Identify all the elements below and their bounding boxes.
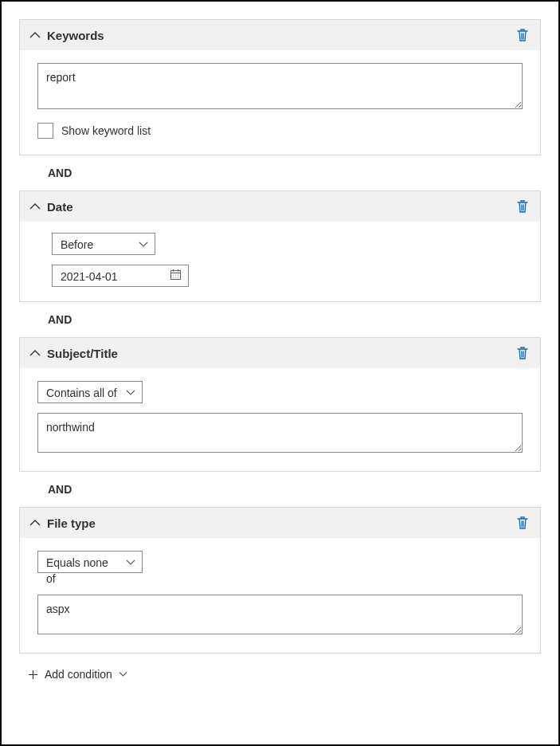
condition-header: Subject/Title: [20, 338, 540, 368]
select-label: Contains all of: [38, 382, 141, 404]
condition-title: Date: [47, 200, 516, 214]
add-condition-label: Add condition: [45, 668, 112, 681]
condition-header: File type: [20, 508, 540, 538]
plus-icon: [27, 669, 38, 680]
svg-point-6: [178, 274, 178, 275]
svg-point-8: [175, 277, 176, 277]
condition-card-subject: Subject/Title Contains all of: [19, 337, 541, 472]
svg-point-7: [173, 277, 174, 277]
filetype-operator-select[interactable]: Equals none of: [37, 551, 143, 573]
condition-card-date: Date Before 2021-04-01: [19, 190, 541, 302]
subject-operator-select[interactable]: Contains all of: [37, 381, 143, 403]
operator-label: AND: [19, 472, 541, 507]
calendar-icon: [170, 269, 182, 283]
trash-icon[interactable]: [516, 28, 531, 42]
condition-header: Keywords: [20, 20, 540, 50]
svg-point-9: [178, 277, 178, 277]
condition-body: Equals none of: [20, 538, 540, 653]
chevron-up-icon[interactable]: [29, 517, 41, 528]
svg-rect-0: [171, 271, 181, 280]
chevron-up-icon[interactable]: [29, 29, 41, 41]
condition-header: Date: [20, 191, 540, 222]
date-value: 2021-04-01: [53, 265, 142, 288]
chevron-down-icon: [139, 238, 148, 250]
condition-card-filetype: File type Equals none of: [19, 507, 541, 654]
condition-card-keywords: Keywords Show keyword list: [19, 19, 541, 155]
select-label: Before: [53, 234, 117, 256]
chevron-up-icon[interactable]: [29, 347, 41, 359]
operator-label: AND: [19, 302, 541, 337]
date-picker[interactable]: 2021-04-01: [52, 265, 189, 287]
add-condition-button[interactable]: Add condition: [19, 654, 541, 684]
show-keyword-list-label: Show keyword list: [61, 124, 151, 137]
svg-point-4: [173, 274, 174, 275]
show-keyword-list-checkbox[interactable]: [37, 123, 53, 139]
trash-icon[interactable]: [516, 516, 531, 530]
keywords-input[interactable]: [37, 63, 523, 109]
condition-title: Keywords: [47, 29, 516, 42]
condition-title: Subject/Title: [47, 347, 516, 360]
trash-icon[interactable]: [516, 199, 531, 214]
select-label: Equals none of: [38, 552, 142, 590]
show-keyword-list-row: Show keyword list: [37, 123, 523, 139]
condition-body: Contains all of: [20, 368, 540, 471]
condition-body: Show keyword list: [20, 50, 540, 155]
condition-title: File type: [47, 516, 516, 530]
chevron-down-icon: [119, 671, 127, 677]
svg-point-5: [175, 274, 176, 275]
operator-label: AND: [19, 155, 541, 190]
subject-input[interactable]: [37, 413, 523, 453]
date-operator-select[interactable]: Before: [52, 233, 155, 255]
condition-body: Before 2021-04-01: [20, 222, 540, 301]
chevron-up-icon[interactable]: [29, 201, 41, 212]
filetype-input[interactable]: [37, 595, 523, 634]
trash-icon[interactable]: [516, 346, 531, 360]
